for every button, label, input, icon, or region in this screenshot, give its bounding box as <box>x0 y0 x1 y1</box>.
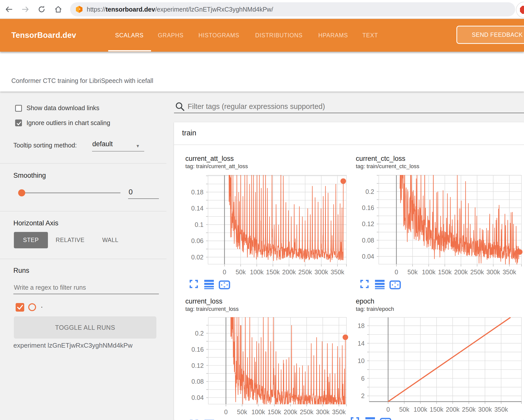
svg-text:100k: 100k <box>422 268 436 276</box>
filter-tags-input[interactable] <box>187 100 503 112</box>
tab-histograms[interactable]: HISTOGRAMS <box>198 19 239 52</box>
tensorboard-page: https://tensorboard.dev/experiment/lzGnE… <box>0 0 524 420</box>
smoothing-value: 0 <box>129 188 133 196</box>
runs-filter-input[interactable] <box>13 282 156 293</box>
svg-text:0.16: 0.16 <box>362 204 374 211</box>
run-name: . <box>41 302 43 309</box>
svg-text:50k: 50k <box>236 268 246 276</box>
tooltip-sorting-select[interactable]: default <box>92 140 113 148</box>
svg-text:50k: 50k <box>399 406 410 413</box>
svg-text:150k: 150k <box>268 408 281 415</box>
svg-text:300k: 300k <box>314 268 328 276</box>
tag-group-header[interactable]: train <box>174 122 524 145</box>
site-favicon-tensorboard <box>75 5 83 13</box>
forward-icon[interactable] <box>21 5 30 14</box>
select-underline <box>92 151 144 152</box>
chart-canvas[interactable]: 0.040.080.120.160.2050k100k150k200k250k3… <box>353 151 524 313</box>
active-tab-underline <box>108 50 151 51</box>
adblock-extension-icon[interactable] <box>516 2 524 18</box>
home-icon[interactable] <box>53 5 63 14</box>
svg-text:0.18: 0.18 <box>191 189 203 196</box>
axis-wall-button[interactable]: WALL <box>100 232 121 248</box>
svg-text:0.12: 0.12 <box>362 220 374 227</box>
svg-text:150k: 150k <box>430 406 444 413</box>
search-icon <box>175 102 185 113</box>
svg-text:0.16: 0.16 <box>191 346 204 353</box>
svg-text:2: 2 <box>361 392 365 399</box>
smoothing-slider-thumb[interactable] <box>18 189 25 196</box>
tab-scalars[interactable]: SCALARS <box>115 19 144 52</box>
divider <box>0 259 166 259</box>
svg-text:100k: 100k <box>414 406 427 413</box>
tab-distributions[interactable]: DISTRIBUTIONS <box>255 19 303 52</box>
tab-graphs[interactable]: GRAPHS <box>158 19 184 52</box>
svg-text:350k: 350k <box>503 268 516 276</box>
svg-text:350k: 350k <box>494 406 508 413</box>
smoothing-slider-track[interactable] <box>21 192 121 193</box>
smoothing-label: Smoothing <box>13 172 46 179</box>
svg-text:10: 10 <box>358 357 365 364</box>
svg-text:350k: 350k <box>332 408 346 415</box>
filter-input-underline <box>174 113 524 113</box>
fit-domain-icon[interactable] <box>390 281 400 289</box>
axis-relative-button[interactable]: RELATIVE <box>56 232 84 248</box>
svg-text:0.06: 0.06 <box>191 237 203 244</box>
show-download-links-checkbox[interactable] <box>15 105 22 112</box>
experiment-title: Conformer CTC training for LibriSpeech w… <box>11 77 153 84</box>
svg-text:250k: 250k <box>300 408 314 415</box>
tab-text[interactable]: TEXT <box>362 19 378 52</box>
ignore-outliers-label: Ignore outliers in chart scaling <box>26 119 110 127</box>
expand-chart-icon[interactable] <box>361 280 368 287</box>
svg-text:250k: 250k <box>298 268 312 276</box>
svg-text:0.02: 0.02 <box>191 254 203 261</box>
show-download-links-label: Show data download links <box>26 104 99 112</box>
svg-text:0.04: 0.04 <box>362 253 374 260</box>
chart-canvas[interactable]: 0.020.060.10.140.18050k100k150k200k250k3… <box>177 151 353 313</box>
svg-text:0: 0 <box>223 268 226 276</box>
tag-group-title: train <box>182 129 196 137</box>
run-checkbox[interactable] <box>16 303 24 312</box>
url-bar[interactable]: https://tensorboard.dev/experiment/lzGnE… <box>70 2 515 16</box>
chevron-down-icon: ▼ <box>136 144 140 149</box>
svg-text:0.04: 0.04 <box>191 394 204 401</box>
svg-text:300k: 300k <box>478 406 492 413</box>
data-series-icon[interactable] <box>375 280 385 289</box>
axis-step-button[interactable]: STEP <box>14 232 48 248</box>
chart-current_loss: current_losstag: train/current_loss0.040… <box>177 292 353 420</box>
chart-current_ctc_loss: current_ctc_losstag: train/current_ctc_l… <box>353 151 524 292</box>
data-series-icon[interactable] <box>365 417 375 420</box>
svg-text:100k: 100k <box>250 268 264 276</box>
tab-hparams[interactable]: HPARAMS <box>318 19 348 52</box>
svg-text:18: 18 <box>358 322 365 329</box>
reload-icon[interactable] <box>37 5 46 14</box>
svg-text:14: 14 <box>358 340 365 347</box>
svg-text:0.12: 0.12 <box>191 362 204 369</box>
svg-text:100k: 100k <box>251 408 265 415</box>
svg-text:0: 0 <box>224 408 228 415</box>
ignore-outliers-checkbox[interactable] <box>15 119 22 126</box>
svg-text:0.2: 0.2 <box>365 188 374 195</box>
brand-title[interactable]: TensorBoard.dev <box>11 19 76 52</box>
app-bar: TensorBoard.dev SCALARS GRAPHS HISTOGRAM… <box>0 19 524 52</box>
fit-domain-icon[interactable] <box>219 281 229 289</box>
horizontal-axis-label: Horizontal Axis <box>13 219 59 227</box>
svg-text:0.14: 0.14 <box>191 205 203 212</box>
svg-text:50k: 50k <box>407 268 418 276</box>
send-feedback-button[interactable]: SEND FEEDBACK <box>456 26 524 44</box>
svg-text:150k: 150k <box>266 268 280 276</box>
svg-text:0: 0 <box>386 406 390 413</box>
expand-chart-icon[interactable] <box>190 280 197 287</box>
svg-text:0.2: 0.2 <box>195 330 204 337</box>
run-color-swatch <box>28 303 36 311</box>
chart-current_att_loss: current_att_losstag: train/current_att_l… <box>177 151 353 292</box>
svg-text:200k: 200k <box>454 268 468 276</box>
svg-text:200k: 200k <box>446 406 460 413</box>
toggle-all-runs-button[interactable]: TOGGLE ALL RUNS <box>14 316 156 339</box>
back-icon[interactable] <box>4 5 14 14</box>
experiment-title-band: Conformer CTC training for LibriSpeech w… <box>0 52 524 92</box>
svg-text:50k: 50k <box>237 408 247 415</box>
fit-domain-icon[interactable] <box>381 418 391 420</box>
chart-canvas[interactable]: 0.040.080.120.160.2050k100k150k200k250k3… <box>177 292 353 420</box>
data-series-icon[interactable] <box>204 280 214 289</box>
chart-canvas[interactable]: 26101418050k100k150k200k250k300k350k <box>353 292 524 420</box>
